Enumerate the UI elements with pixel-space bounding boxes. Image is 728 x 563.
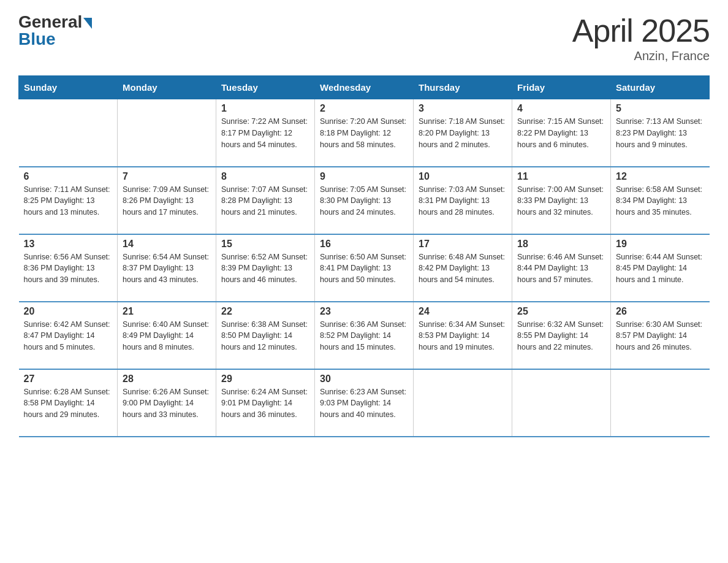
calendar-cell: 29Sunrise: 6:24 AM Sunset: 9:01 PM Dayli…: [216, 369, 315, 437]
day-info: Sunrise: 6:28 AM Sunset: 8:58 PM Dayligh…: [24, 386, 113, 421]
day-of-week-header: Friday: [512, 76, 611, 99]
day-number: 2: [320, 103, 408, 114]
day-number: 3: [419, 103, 507, 114]
day-info: Sunrise: 6:36 AM Sunset: 8:52 PM Dayligh…: [320, 319, 408, 353]
calendar-cell: 5Sunrise: 7:13 AM Sunset: 8:23 PM Daylig…: [611, 99, 710, 167]
day-of-week-header: Monday: [118, 76, 216, 99]
calendar-cell: 12Sunrise: 6:58 AM Sunset: 8:34 PM Dayli…: [611, 167, 710, 234]
calendar-week-row: 6Sunrise: 7:11 AM Sunset: 8:25 PM Daylig…: [19, 167, 710, 234]
day-info: Sunrise: 7:11 AM Sunset: 8:25 PM Dayligh…: [24, 184, 113, 218]
calendar-week-row: 27Sunrise: 6:28 AM Sunset: 8:58 PM Dayli…: [19, 369, 710, 437]
day-number: 11: [517, 171, 605, 182]
calendar-cell: 23Sunrise: 6:36 AM Sunset: 8:52 PM Dayli…: [315, 302, 414, 369]
calendar-cell: 16Sunrise: 6:50 AM Sunset: 8:41 PM Dayli…: [315, 234, 414, 302]
calendar-cell: 30Sunrise: 6:23 AM Sunset: 9:03 PM Dayli…: [315, 369, 414, 437]
day-info: Sunrise: 6:50 AM Sunset: 8:41 PM Dayligh…: [320, 251, 408, 286]
day-of-week-header: Saturday: [611, 76, 710, 99]
calendar-cell: 20Sunrise: 6:42 AM Sunset: 8:47 PM Dayli…: [19, 302, 118, 369]
calendar-cell: 4Sunrise: 7:15 AM Sunset: 8:22 PM Daylig…: [512, 99, 611, 167]
day-info: Sunrise: 7:18 AM Sunset: 8:20 PM Dayligh…: [419, 116, 507, 150]
day-number: 21: [123, 306, 211, 317]
day-info: Sunrise: 7:03 AM Sunset: 8:31 PM Dayligh…: [419, 184, 507, 218]
day-of-week-header: Tuesday: [216, 76, 315, 99]
day-number: 8: [221, 171, 309, 182]
day-info: Sunrise: 6:48 AM Sunset: 8:42 PM Dayligh…: [419, 251, 507, 286]
logo-blue-text: Blue: [18, 29, 56, 49]
calendar-cell: 28Sunrise: 6:26 AM Sunset: 9:00 PM Dayli…: [118, 369, 216, 437]
page-header: General Blue April 2025 Anzin, France: [18, 12, 710, 63]
day-info: Sunrise: 7:22 AM Sunset: 8:17 PM Dayligh…: [221, 116, 309, 150]
day-number: 30: [320, 373, 408, 385]
calendar-cell: 6Sunrise: 7:11 AM Sunset: 8:25 PM Daylig…: [19, 167, 118, 234]
day-number: 5: [616, 103, 705, 114]
day-number: 24: [419, 306, 507, 317]
calendar-cell: 21Sunrise: 6:40 AM Sunset: 8:49 PM Dayli…: [118, 302, 216, 369]
calendar-cell: [512, 369, 611, 437]
logo: General Blue: [18, 12, 92, 49]
calendar-cell: 27Sunrise: 6:28 AM Sunset: 8:58 PM Dayli…: [19, 369, 118, 437]
day-number: 14: [123, 239, 211, 250]
day-info: Sunrise: 6:56 AM Sunset: 8:36 PM Dayligh…: [24, 251, 113, 286]
day-number: 15: [221, 239, 309, 250]
calendar-cell: 22Sunrise: 6:38 AM Sunset: 8:50 PM Dayli…: [216, 302, 315, 369]
day-number: 6: [24, 171, 113, 182]
page-title: April 2025: [572, 12, 710, 49]
day-number: 18: [517, 239, 605, 250]
calendar-cell: 2Sunrise: 7:20 AM Sunset: 8:18 PM Daylig…: [315, 99, 414, 167]
day-number: 23: [320, 306, 408, 317]
calendar-cell: 13Sunrise: 6:56 AM Sunset: 8:36 PM Dayli…: [19, 234, 118, 302]
day-info: Sunrise: 6:52 AM Sunset: 8:39 PM Dayligh…: [221, 251, 309, 286]
day-info: Sunrise: 6:46 AM Sunset: 8:44 PM Dayligh…: [517, 251, 605, 286]
calendar-header-row: SundayMondayTuesdayWednesdayThursdayFrid…: [19, 76, 710, 99]
day-info: Sunrise: 6:30 AM Sunset: 8:57 PM Dayligh…: [616, 319, 705, 353]
day-info: Sunrise: 7:05 AM Sunset: 8:30 PM Dayligh…: [320, 184, 408, 218]
day-number: 13: [24, 239, 113, 250]
day-info: Sunrise: 6:38 AM Sunset: 8:50 PM Dayligh…: [221, 319, 309, 353]
calendar-cell: 17Sunrise: 6:48 AM Sunset: 8:42 PM Dayli…: [414, 234, 512, 302]
calendar-cell: [19, 99, 118, 167]
title-section: April 2025 Anzin, France: [572, 12, 710, 63]
calendar-cell: [118, 99, 216, 167]
day-number: 26: [616, 306, 705, 317]
calendar-cell: 26Sunrise: 6:30 AM Sunset: 8:57 PM Dayli…: [611, 302, 710, 369]
calendar-cell: 14Sunrise: 6:54 AM Sunset: 8:37 PM Dayli…: [118, 234, 216, 302]
calendar-cell: 24Sunrise: 6:34 AM Sunset: 8:53 PM Dayli…: [414, 302, 512, 369]
day-of-week-header: Thursday: [414, 76, 512, 99]
day-info: Sunrise: 6:34 AM Sunset: 8:53 PM Dayligh…: [419, 319, 507, 353]
day-number: 17: [419, 239, 507, 250]
day-info: Sunrise: 7:20 AM Sunset: 8:18 PM Dayligh…: [320, 116, 408, 150]
calendar-cell: 18Sunrise: 6:46 AM Sunset: 8:44 PM Dayli…: [512, 234, 611, 302]
day-info: Sunrise: 7:15 AM Sunset: 8:22 PM Dayligh…: [517, 116, 605, 150]
day-number: 16: [320, 239, 408, 250]
day-info: Sunrise: 6:54 AM Sunset: 8:37 PM Dayligh…: [123, 251, 211, 286]
calendar-cell: 15Sunrise: 6:52 AM Sunset: 8:39 PM Dayli…: [216, 234, 315, 302]
calendar-cell: 7Sunrise: 7:09 AM Sunset: 8:26 PM Daylig…: [118, 167, 216, 234]
calendar-cell: 1Sunrise: 7:22 AM Sunset: 8:17 PM Daylig…: [216, 99, 315, 167]
day-number: 4: [517, 103, 605, 114]
day-info: Sunrise: 7:00 AM Sunset: 8:33 PM Dayligh…: [517, 184, 605, 218]
day-info: Sunrise: 6:26 AM Sunset: 9:00 PM Dayligh…: [123, 386, 211, 421]
day-number: 27: [24, 373, 113, 385]
day-info: Sunrise: 6:32 AM Sunset: 8:55 PM Dayligh…: [517, 319, 605, 353]
day-number: 22: [221, 306, 309, 317]
day-info: Sunrise: 6:40 AM Sunset: 8:49 PM Dayligh…: [123, 319, 211, 353]
day-of-week-header: Sunday: [19, 76, 118, 99]
day-number: 10: [419, 171, 507, 182]
day-number: 7: [123, 171, 211, 182]
day-info: Sunrise: 6:24 AM Sunset: 9:01 PM Dayligh…: [221, 386, 309, 421]
day-info: Sunrise: 7:07 AM Sunset: 8:28 PM Dayligh…: [221, 184, 309, 218]
calendar-cell: 11Sunrise: 7:00 AM Sunset: 8:33 PM Dayli…: [512, 167, 611, 234]
day-number: 29: [221, 373, 309, 385]
calendar-week-row: 1Sunrise: 7:22 AM Sunset: 8:17 PM Daylig…: [19, 99, 710, 167]
location-subtitle: Anzin, France: [572, 49, 710, 63]
day-number: 9: [320, 171, 408, 182]
day-info: Sunrise: 6:42 AM Sunset: 8:47 PM Dayligh…: [24, 319, 113, 353]
day-info: Sunrise: 6:58 AM Sunset: 8:34 PM Dayligh…: [616, 184, 705, 218]
day-number: 20: [24, 306, 113, 317]
calendar-week-row: 20Sunrise: 6:42 AM Sunset: 8:47 PM Dayli…: [19, 302, 710, 369]
day-number: 12: [616, 171, 705, 182]
calendar-week-row: 13Sunrise: 6:56 AM Sunset: 8:36 PM Dayli…: [19, 234, 710, 302]
day-of-week-header: Wednesday: [315, 76, 414, 99]
day-number: 28: [123, 373, 211, 385]
calendar-cell: 25Sunrise: 6:32 AM Sunset: 8:55 PM Dayli…: [512, 302, 611, 369]
